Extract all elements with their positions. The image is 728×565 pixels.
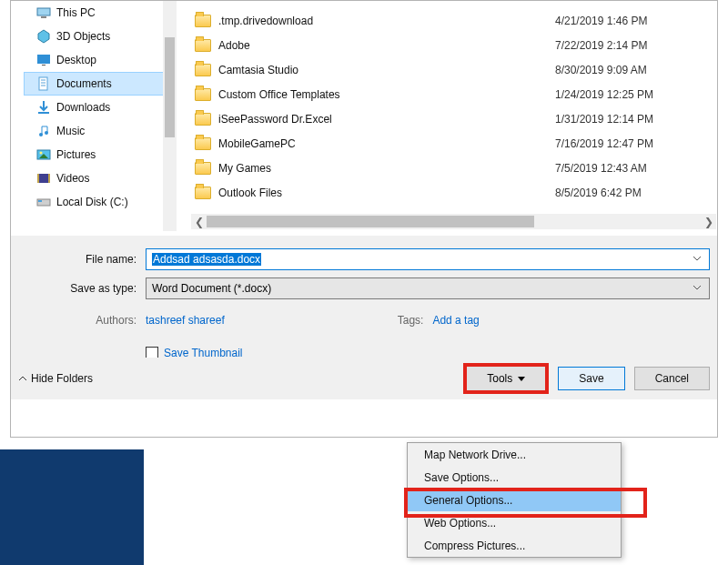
pc-icon [36,5,51,20]
hide-folders-button[interactable]: Hide Folders [18,372,93,385]
file-row[interactable]: Outlook Files8/5/2019 6:42 PM [195,180,716,205]
file-row[interactable]: MobileGamePC7/16/2019 12:47 PM [195,131,716,156]
file-row[interactable]: .tmp.drivedownload4/21/2019 1:46 PM [195,8,716,33]
menu-map-network-drive[interactable]: Map Network Drive... [408,443,621,466]
tree-item-local-disk[interactable]: Local Disk (C:) [11,190,177,214]
svg-rect-15 [37,174,50,183]
svg-point-11 [45,131,48,135]
tree-label: 3D Objects [56,30,110,43]
documents-icon [36,76,51,91]
form-area: File name: Addsad adsasda.docx Save as t… [11,236,717,399]
menu-compress-pictures[interactable]: Compress Pictures... [408,534,621,557]
menu-save-options[interactable]: Save Options... [408,466,621,489]
tree-item-pictures[interactable]: Pictures [11,143,177,166]
menu-general-options[interactable]: General Options... [408,489,621,511]
folder-icon [195,137,211,150]
saveastype-value: Word Document (*.docx) [152,282,271,295]
saveastype-label: Save as type: [18,282,146,295]
menu-web-options[interactable]: Web Options... [408,511,621,534]
bottom-bar: Hide Folders Tools Save Cancel [11,358,717,399]
tree-item-music[interactable]: Music [11,119,177,143]
saveastype-select[interactable]: Word Document (*.docx) [146,277,710,299]
svg-point-13 [40,152,43,155]
cancel-button[interactable]: Cancel [634,367,710,390]
tree-label: Pictures [56,148,96,161]
file-list[interactable]: .tmp.drivedownload4/21/2019 1:46 PM Adob… [195,8,716,213]
tree-item-documents[interactable]: Documents [24,72,177,96]
folder-icon [195,113,211,126]
file-name: .tmp.drivedownload [218,15,548,27]
highlight-tools: Tools [463,363,549,394]
nav-tree[interactable]: This PC 3D Objects Desktop Documents Dow… [11,1,177,231]
scrollbar-track[interactable] [207,214,701,229]
tags-value[interactable]: Add a tag [432,314,479,327]
tree-item-3d-objects[interactable]: 3D Objects [11,25,177,48]
music-icon [36,124,51,138]
desktop-icon [36,53,51,67]
hide-folders-label: Hide Folders [31,372,93,385]
svg-point-10 [39,133,43,136]
scroll-right-icon[interactable]: ❯ [701,214,716,229]
tools-dropdown[interactable]: Map Network Drive... Save Options... Gen… [407,442,622,558]
file-date: 1/24/2019 12:25 PM [555,88,653,101]
save-button[interactable]: Save [558,367,624,390]
tree-label: Videos [56,172,89,185]
file-name: MobileGamePC [218,137,548,150]
chevron-up-icon [18,374,27,383]
tree-label: Downloads [56,101,110,114]
filename-value: Addsad adsasda.docx [152,253,261,266]
tags-label: Tags: [398,314,433,327]
file-row[interactable]: Camtasia Studio8/30/2019 9:09 AM [195,57,716,82]
svg-rect-1 [41,16,46,18]
folder-icon [195,39,211,52]
tree-item-desktop[interactable]: Desktop [11,48,177,72]
tree-scrollbar[interactable] [163,1,177,231]
file-date: 7/5/2019 12:43 AM [555,162,647,175]
svg-rect-3 [37,55,50,64]
svg-marker-2 [38,30,49,43]
chevron-down-icon[interactable] [693,253,705,266]
filename-input[interactable]: Addsad adsasda.docx [146,248,710,270]
tree-item-downloads[interactable]: Downloads [11,96,177,119]
file-row[interactable]: iSeePassword Dr.Excel1/31/2019 12:14 PM [195,106,716,131]
file-row[interactable]: My Games7/5/2019 12:43 AM [195,156,716,180]
svg-rect-5 [39,77,47,90]
file-date: 4/21/2019 1:46 PM [555,15,647,27]
folder-icon [195,162,211,175]
file-date: 8/30/2019 9:09 AM [555,64,647,76]
file-date: 1/31/2019 12:14 PM [555,113,653,126]
tools-button[interactable]: Tools [467,367,545,390]
scrollbar-thumb[interactable] [207,216,534,227]
scroll-left-icon[interactable]: ❮ [191,214,207,229]
tree-label: Local Disk (C:) [56,196,128,208]
tools-label: Tools [487,372,512,385]
file-name: Outlook Files [218,187,548,199]
scrollbar-thumb[interactable] [165,37,175,137]
folder-icon [195,15,211,27]
folder-icon [195,88,211,101]
background-strip [0,449,144,565]
file-date: 7/22/2019 2:14 PM [555,39,647,52]
tree-item-this-pc[interactable]: This PC [11,1,177,25]
caret-down-icon [518,377,525,381]
svg-rect-0 [37,8,50,15]
chevron-down-icon[interactable] [693,282,705,295]
tree-label: Documents [56,77,112,90]
authors-value[interactable]: tashreef shareef [146,314,225,327]
tree-label: This PC [56,6,96,19]
svg-rect-16 [37,174,39,183]
folder-icon [195,187,211,199]
downloads-icon [36,100,51,115]
file-date: 8/5/2019 6:42 PM [555,187,642,199]
file-row[interactable]: Custom Office Templates1/24/2019 12:25 P… [195,82,716,106]
horizontal-scrollbar[interactable]: ❮ ❯ [191,214,716,229]
3d-icon [36,29,51,44]
authors-label: Authors: [18,314,146,327]
tree-item-videos[interactable]: Videos [11,166,177,190]
file-row[interactable]: Adobe7/22/2019 2:14 PM [195,33,716,57]
file-date: 7/16/2019 12:47 PM [555,137,653,150]
svg-rect-4 [42,65,46,66]
tree-label: Desktop [56,54,96,66]
save-as-dialog: This PC 3D Objects Desktop Documents Dow… [10,0,718,438]
videos-icon [36,171,51,186]
